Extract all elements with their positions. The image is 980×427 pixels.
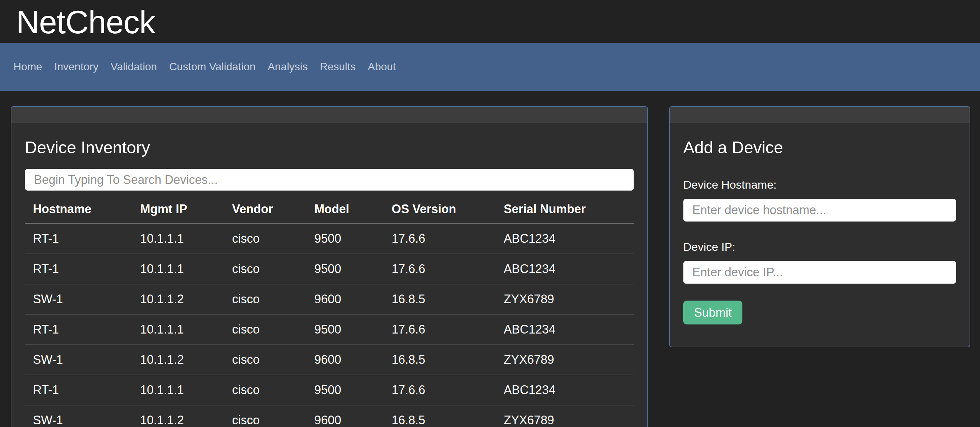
table-cell: 9500 [306,375,383,405]
nav-item-inventory: Inventory [48,57,105,76]
table-row: RT-110.1.1.1cisco950017.6.6ABC1234 [25,254,634,284]
add-device-card-header [670,107,970,123]
device-table-header-row: HostnameMgmt IPVendorModelOS VersionSeri… [25,198,634,224]
table-cell: ABC1234 [496,224,634,254]
app-header: NetCheck [0,0,980,43]
nav-link-about[interactable]: About [362,57,402,76]
device-ip-label: Device IP: [683,241,956,253]
nav-item-validation: Validation [105,57,163,76]
column-header-mgmt-ip: Mgmt IP [132,198,224,224]
table-row: SW-110.1.1.2cisco960016.8.5ZYX6789 [25,284,634,314]
device-search-input[interactable] [25,169,634,191]
table-cell: 10.1.1.1 [132,314,224,345]
nav-link-analysis[interactable]: Analysis [261,57,313,76]
table-cell: 9600 [306,405,383,427]
table-cell: cisco [224,405,307,427]
table-cell: RT-1 [25,224,132,254]
device-table-head: HostnameMgmt IPVendorModelOS VersionSeri… [25,198,634,224]
table-row: SW-110.1.1.2cisco960016.8.5ZYX6789 [25,345,634,375]
nav-item-about: About [362,57,402,76]
add-device-title: Add a Device [683,138,956,157]
table-cell: RT-1 [25,314,132,345]
column-header-serial-number: Serial Number [496,198,634,224]
inventory-card-header [11,107,647,123]
table-cell: ZYX6789 [496,405,634,427]
column-header-hostname: Hostname [25,198,132,224]
table-cell: 10.1.1.2 [132,345,224,375]
add-device-card-body: Add a Device Device Hostname: Device IP:… [670,123,970,338]
table-cell: cisco [224,284,307,314]
table-cell: ZYX6789 [496,345,634,375]
table-cell: 16.8.5 [383,405,495,427]
table-cell: 17.6.6 [383,254,495,284]
table-cell: 9600 [306,345,383,375]
table-cell: cisco [224,254,307,284]
table-cell: 10.1.1.2 [132,284,224,314]
table-row: RT-110.1.1.1cisco950017.6.6ABC1234 [25,375,634,405]
column-header-vendor: Vendor [224,198,307,224]
add-device-panel: Add a Device Device Hostname: Device IP:… [669,106,970,347]
table-cell: 10.1.1.1 [132,375,224,405]
table-cell: 9500 [306,254,383,284]
table-cell: 17.6.6 [383,224,495,254]
inventory-card-body: Device Inventory HostnameMgmt IPVendorMo… [11,123,647,427]
table-row: SW-110.1.1.2cisco960016.8.5ZYX6789 [25,405,634,427]
table-cell: ABC1234 [496,375,634,405]
submit-button[interactable]: Submit [683,301,742,325]
device-ip-input[interactable] [683,261,956,284]
table-cell: 17.6.6 [383,314,495,345]
column-header-model: Model [306,198,383,224]
table-cell: 10.1.1.1 [132,254,224,284]
column-header-os-version: OS Version [383,198,495,224]
table-cell: SW-1 [25,284,132,314]
nav-item-custom-validation: Custom Validation [163,57,261,76]
table-cell: 9600 [306,284,383,314]
device-table-body: RT-110.1.1.1cisco950017.6.6ABC1234RT-110… [25,224,634,427]
table-row: RT-110.1.1.1cisco950017.6.6ABC1234 [25,314,634,345]
table-cell: 9500 [306,314,383,345]
table-cell: cisco [224,375,307,405]
table-cell: RT-1 [25,254,132,284]
table-cell: 17.6.6 [383,375,495,405]
main-nav: HomeInventoryValidationCustom Validation… [0,43,980,91]
nav-item-analysis: Analysis [261,57,313,76]
device-inventory-panel: Device Inventory HostnameMgmt IPVendorMo… [11,106,648,427]
table-row: RT-110.1.1.1cisco950017.6.6ABC1234 [25,224,634,254]
nav-link-home[interactable]: Home [7,57,48,76]
table-cell: 16.8.5 [383,284,495,314]
table-cell: cisco [224,224,307,254]
table-cell: 10.1.1.1 [132,224,224,254]
device-table: HostnameMgmt IPVendorModelOS VersionSeri… [25,198,634,427]
inventory-title: Device Inventory [25,138,634,157]
table-cell: SW-1 [25,405,132,427]
table-cell: ABC1234 [496,254,634,284]
page-content: Device Inventory HostnameMgmt IPVendorMo… [0,91,980,427]
app-title: NetCheck [16,6,155,38]
nav-item-home: Home [7,57,48,76]
table-cell: ABC1234 [496,314,634,345]
nav-link-results[interactable]: Results [314,57,362,76]
table-cell: 10.1.1.2 [132,405,224,427]
device-hostname-input[interactable] [683,199,956,221]
nav-link-validation[interactable]: Validation [105,57,163,76]
nav-item-results: Results [314,57,362,76]
table-cell: 9500 [306,224,383,254]
table-cell: cisco [224,314,307,345]
nav-link-custom-validation[interactable]: Custom Validation [163,57,261,76]
table-cell: SW-1 [25,345,132,375]
table-cell: ZYX6789 [496,284,634,314]
device-hostname-label: Device Hostname: [683,178,956,191]
table-cell: 16.8.5 [383,345,495,375]
table-cell: RT-1 [25,375,132,405]
nav-list: HomeInventoryValidationCustom Validation… [7,57,402,76]
nav-link-inventory[interactable]: Inventory [48,57,105,76]
table-cell: cisco [224,345,307,375]
